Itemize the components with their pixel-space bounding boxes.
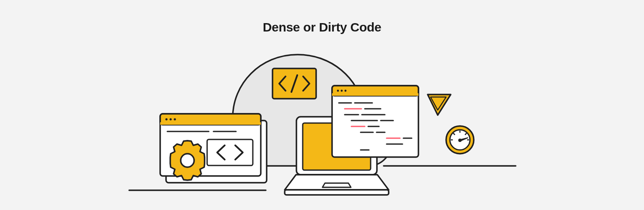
gear-icon [170, 141, 205, 180]
svg-rect-17 [332, 93, 418, 96]
svg-point-18 [337, 90, 339, 92]
svg-point-7 [174, 118, 176, 120]
svg-point-6 [169, 118, 171, 120]
gauge-icon [446, 126, 474, 154]
svg-point-5 [165, 118, 167, 120]
svg-rect-14 [285, 190, 389, 195]
cursor-icon [428, 94, 451, 115]
svg-rect-4 [160, 122, 261, 125]
diagram-illustration [0, 0, 644, 210]
code-brackets-icon [273, 68, 316, 99]
svg-point-44 [458, 139, 462, 142]
code-window-icon [332, 86, 418, 157]
svg-point-19 [341, 90, 343, 92]
svg-point-20 [345, 90, 347, 92]
svg-point-11 [181, 154, 194, 167]
